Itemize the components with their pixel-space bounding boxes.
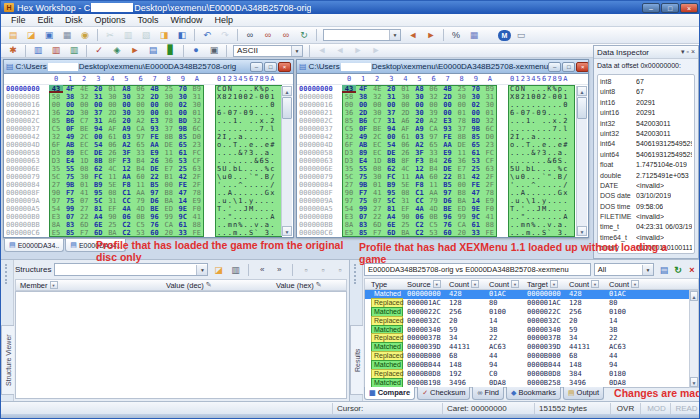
hex-byte[interactable]: DE	[148, 165, 162, 173]
hex-byte[interactable]: 23	[190, 141, 204, 149]
hex-byte[interactable]: 31	[398, 197, 412, 205]
hex-byte[interactable]: AA	[412, 173, 426, 181]
hex-byte[interactable]: B9	[483, 85, 497, 93]
hex-byte[interactable]: A8	[119, 85, 133, 93]
hex-byte[interactable]: AA	[148, 141, 162, 149]
redo-icon[interactable]: ↷	[217, 29, 233, 42]
hex-byte[interactable]: 20	[412, 117, 426, 125]
hex-byte[interactable]: 01	[77, 181, 91, 189]
hex-byte[interactable]: 39	[133, 109, 147, 117]
nav-next-icon[interactable]: ►	[350, 44, 366, 57]
hex-byte[interactable]: 11	[455, 149, 469, 157]
hex-byte[interactable]: CC	[119, 197, 133, 205]
compare-row[interactable]: Matched0000039D44131AC630000039D44131AC6…	[365, 343, 698, 352]
filter-icon[interactable]: ▼	[591, 280, 599, 288]
hex-byte[interactable]: 6C	[190, 125, 204, 133]
hex-byte[interactable]: 32	[483, 117, 497, 125]
minimize-button[interactable]: –	[642, 3, 660, 13]
hex-byte[interactable]: 75	[63, 173, 77, 181]
hex-byte[interactable]: 30	[455, 93, 469, 101]
hex-byte[interactable]: 4B	[441, 85, 455, 93]
hex-byte[interactable]: 37	[91, 109, 105, 117]
structure-options-icon[interactable]: ▫	[333, 264, 347, 276]
hex-byte[interactable]: 08	[105, 189, 119, 197]
compare-row[interactable]: Replaced0000B00068440000B0006844	[365, 352, 698, 361]
open-structure-library-icon[interactable]: ◪	[211, 264, 225, 276]
ascii-text[interactable]: \u0...`".B/	[215, 173, 281, 181]
hex-byte[interactable]: 00	[384, 101, 398, 109]
hex-byte[interactable]: 00	[455, 101, 469, 109]
hex-window-titlebar-xexmenu[interactable]: ▤ C:\UsersDesktop\xexmenu\E0000DA348B257…	[297, 60, 588, 74]
ascii-text[interactable]: T.'..JM....	[508, 205, 574, 213]
hex-byte[interactable]: 2F	[190, 181, 204, 189]
ascii-text[interactable]: ..".......A	[508, 213, 574, 221]
compare-row[interactable]: Matched0000022C25601000000022C2560100	[365, 308, 698, 317]
hex-byte[interactable]: 89	[63, 149, 77, 157]
close-panel-icon[interactable]: ×	[691, 48, 695, 56]
hex-byte[interactable]: 30	[398, 93, 412, 101]
hex-byte[interactable]: 11	[398, 173, 412, 181]
hex-byte[interactable]: 00	[133, 101, 147, 109]
hex-byte[interactable]: C2	[412, 229, 426, 237]
hex-byte[interactable]: 41	[370, 189, 384, 197]
ascii-text[interactable]: ..........0	[508, 101, 574, 109]
undo-icon[interactable]: ↶	[199, 29, 215, 42]
hex-byte[interactable]: 2F	[483, 173, 497, 181]
hex-byte[interactable]: E5	[342, 229, 356, 237]
hex-byte[interactable]: 30	[412, 93, 426, 101]
hex-byte[interactable]: 88	[483, 221, 497, 229]
compare-row[interactable]: Replaced0000037B34220000037B3422	[365, 334, 698, 343]
hex-byte[interactable]: 36	[162, 157, 176, 165]
hex-byte[interactable]: 83	[63, 221, 77, 229]
hex-byte[interactable]: 41	[77, 189, 91, 197]
cut-icon[interactable]: ✂	[102, 29, 118, 42]
menu-disk[interactable]: Disk	[59, 14, 89, 26]
maximize-button[interactable]: □	[661, 3, 679, 13]
hex-byte[interactable]: 70	[469, 85, 483, 93]
close-compare-icon[interactable]: ×	[685, 264, 699, 276]
hex-byte[interactable]: 30	[190, 101, 204, 109]
hex-byte[interactable]: 41	[483, 213, 497, 221]
tab-bookmarks[interactable]: ◆Bookmarks	[506, 387, 561, 400]
hex-byte[interactable]: 33	[176, 229, 190, 237]
hex-byte[interactable]: 2F	[190, 173, 204, 181]
ascii-text[interactable]: .......&6S.	[215, 157, 281, 165]
hex-byte[interactable]: B8	[455, 189, 469, 197]
tab-checksum[interactable]: ✓Checksum	[417, 387, 470, 400]
hex-byte[interactable]: 63	[483, 165, 497, 173]
hex-byte[interactable]: 00	[398, 101, 412, 109]
hex-byte[interactable]: 99	[162, 213, 176, 221]
copy-icon[interactable]: ▥	[120, 29, 136, 42]
hex-byte[interactable]: 20	[119, 117, 133, 125]
hex-byte[interactable]: 25	[455, 85, 469, 93]
encoding-combo[interactable]: ASCII▼	[233, 45, 303, 57]
hex-byte[interactable]: 20	[91, 85, 105, 93]
hex-byte[interactable]: 26	[398, 149, 412, 157]
hex-byte[interactable]: E5	[49, 229, 63, 237]
add-structure-icon[interactable]: ▫	[299, 264, 313, 276]
menu-tools[interactable]: Tools	[132, 14, 165, 26]
hex-byte[interactable]: 3F	[119, 149, 133, 157]
hex-byte[interactable]: 85	[176, 133, 190, 141]
hex-byte[interactable]: D6	[441, 197, 455, 205]
hex-byte[interactable]: 35	[342, 165, 356, 173]
hex-byte[interactable]: 75	[63, 197, 77, 205]
synchronize-compare-icon[interactable]: ↻	[296, 29, 312, 42]
open-file-icon[interactable]: ◪	[23, 29, 39, 42]
hex-byte[interactable]: 38	[356, 93, 370, 101]
previous-structure-icon[interactable]: «	[255, 264, 269, 276]
hex-byte[interactable]: 53	[176, 157, 190, 165]
hex-byte[interactable]: DE	[162, 141, 176, 149]
hex-byte[interactable]: A2	[119, 141, 133, 149]
hex-byte[interactable]: 78	[483, 189, 497, 197]
hex-byte[interactable]: 49	[356, 133, 370, 141]
hex-byte[interactable]: 0B	[133, 213, 147, 221]
hex-byte[interactable]: 96	[441, 213, 455, 221]
hex-byte[interactable]: 32	[370, 93, 384, 101]
checksum-icon[interactable]: ✓	[91, 44, 107, 57]
hex-byte[interactable]: F3	[119, 157, 133, 165]
ascii-text[interactable]: 2I,.a......	[215, 133, 281, 141]
hex-byte[interactable]: 47	[469, 189, 483, 197]
hex-byte[interactable]: DE	[91, 149, 105, 157]
tab-compare[interactable]: ▦Compare	[364, 387, 415, 400]
